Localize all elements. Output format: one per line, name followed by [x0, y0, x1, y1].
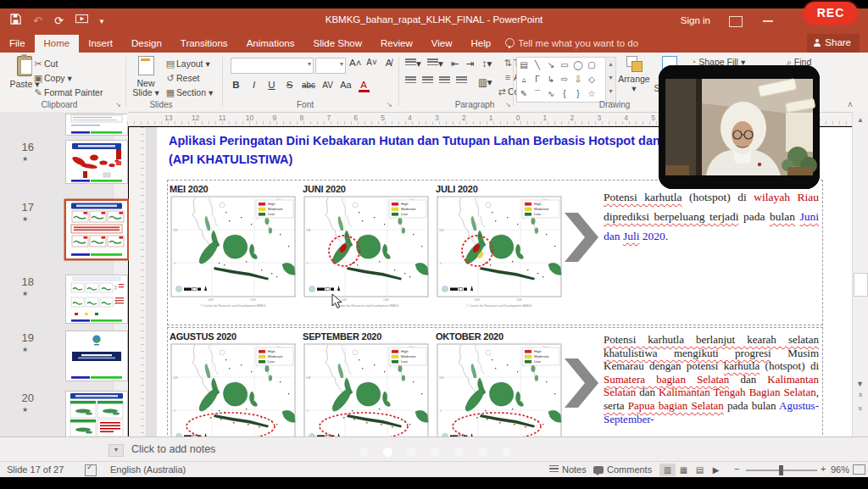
zoom-slider-thumb[interactable]	[779, 465, 783, 475]
tab-view[interactable]: View	[422, 35, 462, 53]
shape-icon[interactable]: ☆	[585, 86, 598, 101]
font-style-button-a[interactable]: A	[359, 80, 370, 92]
fit-to-window-icon[interactable]	[853, 464, 865, 475]
shape-icon[interactable]: ╲	[531, 58, 544, 72]
scroll-down-icon[interactable]: ▼	[854, 379, 866, 389]
decrease-indent-icon[interactable]: ⇤	[449, 58, 460, 69]
shape-icon[interactable]: ▤	[517, 58, 531, 72]
new-slide-button[interactable]: New Slide ▾	[129, 56, 163, 105]
shape-icon[interactable]: ✎	[517, 86, 531, 101]
numbering-icon[interactable]: ▾	[427, 58, 443, 69]
tab-transitions[interactable]: Transitions	[171, 35, 237, 53]
caption-text-row1[interactable]: Potensi karhutla (hotspot) di wilayah Ri…	[604, 187, 819, 246]
map-panel-agustus-2020[interactable]: AGUSTUS 2020HighModerateLow10N0100E110E©…	[170, 331, 297, 436]
align-right-icon[interactable]	[439, 76, 450, 86]
zoom-out-icon[interactable]: −	[734, 464, 739, 474]
shape-icon[interactable]: ∿	[544, 86, 558, 101]
slide-number-indicator[interactable]: Slide 17 of 27	[7, 464, 64, 475]
next-slide-button[interactable]: »	[854, 403, 866, 413]
clear-formatting-icon[interactable]: A̸	[383, 58, 394, 68]
shape-icon[interactable]: ↘	[544, 58, 558, 72]
slide-thumbnail-20[interactable]	[66, 392, 127, 442]
scrollbar-thumb[interactable]	[854, 273, 868, 297]
slide-sorter-view-icon[interactable]: ▦	[676, 464, 692, 476]
shape-icon[interactable]: ↳	[544, 72, 558, 86]
line-spacing-icon[interactable]: ↕▾	[481, 58, 492, 69]
increase-font-size-icon[interactable]: A˄	[349, 58, 361, 68]
slideshow-view-icon[interactable]: ▶	[708, 464, 724, 476]
section-button[interactable]: ▦Section ▾	[164, 86, 213, 99]
collapse-ribbon-icon[interactable]: ˄	[848, 100, 853, 109]
shape-icon[interactable]: ▵	[517, 72, 531, 86]
normal-view-icon[interactable]: ▥	[659, 464, 676, 476]
paragraph-dialog-launcher[interactable]: ↘	[505, 101, 511, 108]
clipboard-dialog-launcher[interactable]: ↘	[115, 101, 121, 108]
map-panel-oktober-2020[interactable]: OKTOBER 2020HighModerateLow10N0100E110E©…	[436, 331, 563, 436]
webcam-overlay[interactable]	[659, 65, 820, 189]
tell-me-box[interactable]: Tell me what you want to do	[500, 34, 645, 48]
tab-design[interactable]: Design	[122, 35, 171, 53]
minimize-icon[interactable]	[763, 20, 773, 22]
font-size-combobox[interactable]	[315, 58, 346, 74]
layout-button[interactable]: ▤Layout ▾	[164, 57, 210, 70]
comments-toggle-button[interactable]: Comments	[593, 464, 652, 475]
language-indicator[interactable]: English (Australia)	[110, 464, 186, 475]
shape-icon[interactable]: ◇	[585, 72, 598, 86]
slide-thumbnail-partial[interactable]	[66, 114, 127, 135]
shape-icon[interactable]: ▭	[558, 58, 571, 72]
map-panel-juli-2020[interactable]: JULI 2020HighModerateLow10N0100E110E© Ce…	[436, 184, 563, 312]
font-style-button-abc[interactable]: abc	[302, 81, 315, 90]
notes-toggle-button[interactable]: Notes	[549, 464, 587, 475]
tab-animations[interactable]: Animations	[237, 35, 304, 53]
notes-collapse-icon[interactable]: ▼	[108, 444, 124, 457]
bullets-icon[interactable]: ▾	[405, 58, 421, 69]
font-name-combobox[interactable]	[231, 58, 314, 74]
caption-text-row2[interactable]: Potensi karhutla berlanjut kearah selata…	[604, 333, 819, 425]
recording-indicator[interactable]: REC	[804, 2, 858, 25]
font-style-button-u[interactable]: U	[266, 80, 277, 90]
slide-thumbnail-17[interactable]	[66, 201, 127, 258]
reset-button[interactable]: ↺Reset	[164, 71, 199, 85]
arrange-button[interactable]: Arrange ▾	[617, 56, 651, 105]
columns-icon[interactable]: ▥▾	[478, 76, 492, 88]
maps-textbox-row1[interactable]: MEI 2020HighModerateLow10N0100E110E© Cen…	[167, 180, 823, 325]
slide-thumbnail-16[interactable]	[66, 141, 127, 183]
font-style-button-i[interactable]: I	[248, 80, 259, 90]
tab-insert[interactable]: Insert	[79, 35, 122, 53]
shape-icon[interactable]: ⇨	[558, 72, 571, 86]
zoom-in-icon[interactable]: +	[821, 464, 826, 474]
shapes-gallery[interactable]: ▤╲↘▭◯▢▵Γ↳⇨⇩◇✎⌒∿{}☆	[516, 57, 606, 103]
shape-icon[interactable]: ▢	[585, 58, 598, 72]
map-panel-mei-2020[interactable]: MEI 2020HighModerateLow10N0100E110E© Cen…	[170, 184, 297, 312]
shape-icon[interactable]: ⌒	[531, 86, 544, 101]
decrease-font-size-icon[interactable]: A˅	[366, 58, 377, 67]
reading-view-icon[interactable]: ▤	[692, 464, 708, 476]
map-panel-september-2020[interactable]: SEPTEMBER 2020HighModerateLow10N0100E110…	[303, 331, 430, 436]
tab-file[interactable]: File	[0, 35, 35, 53]
font-style-button-aa[interactable]: Aa	[340, 80, 351, 90]
zoom-level[interactable]: 96%	[831, 464, 849, 475]
shape-icon[interactable]: Γ	[531, 72, 544, 86]
font-dialog-launcher[interactable]: ↘	[387, 101, 392, 108]
increase-indent-icon[interactable]: ⇥	[465, 58, 476, 69]
font-style-button-b[interactable]: B	[231, 80, 242, 90]
shape-icon[interactable]: {	[558, 86, 571, 101]
slide-thumbnail-19[interactable]	[66, 331, 127, 381]
align-left-icon[interactable]	[405, 76, 416, 86]
shape-icon[interactable]: }	[571, 86, 585, 101]
tab-review[interactable]: Review	[371, 35, 422, 53]
shape-icon[interactable]: ◯	[571, 58, 585, 72]
font-style-button-av[interactable]: AV	[322, 81, 333, 90]
spelling-status-icon[interactable]	[85, 463, 97, 476]
slide-thumbnail-18[interactable]	[66, 275, 127, 323]
format-painter-button[interactable]: ✎Format Painter	[32, 86, 103, 99]
copy-button[interactable]: ▣Copy ▾	[32, 71, 72, 85]
maps-textbox-row2[interactable]: AGUSTUS 2020HighModerateLow10N0100E110E©…	[167, 327, 823, 436]
shapes-gallery-scroll[interactable]: ▲▼▼	[605, 57, 616, 103]
ribbon-display-options-icon[interactable]	[729, 16, 743, 27]
sign-in-link[interactable]: Sign in	[681, 15, 710, 25]
tab-slide-show[interactable]: Slide Show	[304, 35, 372, 53]
shape-icon[interactable]: ⇩	[571, 72, 585, 86]
font-style-button-s[interactable]: S	[284, 80, 295, 90]
align-center-icon[interactable]	[422, 76, 433, 86]
